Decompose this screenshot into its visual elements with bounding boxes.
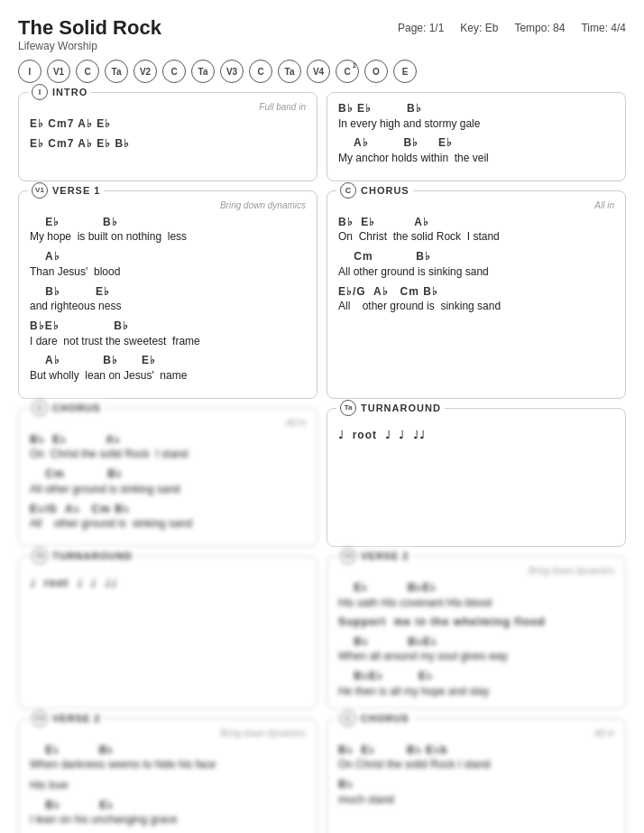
- chorus3-title: CHORUS: [361, 713, 409, 724]
- chorus2-left-badge: C: [32, 400, 48, 416]
- nav-outro[interactable]: O: [364, 60, 388, 83]
- song-author: Lifeway Worship: [18, 40, 161, 52]
- turnaround-label: Ta TURNAROUND: [336, 400, 445, 416]
- chorus2-left-section: C CHORUS All in B♭ E♭ A♭ On Christ the s…: [18, 408, 317, 547]
- turnaround-badge: Ta: [340, 400, 356, 416]
- turnaround-section: Ta TURNAROUND ♩ root ♩ ♩ ♩♩: [327, 408, 626, 547]
- time-info: Time: 4/4: [581, 22, 626, 34]
- verse2-left-label: V2 VERSE 2: [28, 710, 104, 727]
- intro-note: Full band in: [30, 102, 306, 112]
- turnaround2-section: Ta TURNAROUND ♩ root ♩ ♩ ♩♩: [18, 556, 317, 709]
- verse2-left-section: V2 VERSE 2 Bring down dynamics E♭ B♭ Whe…: [18, 718, 317, 833]
- page-header: The Solid Rock Lifeway Worship Page: 1/1…: [18, 16, 626, 52]
- page-info: Page: 1/1: [398, 22, 444, 34]
- chorus-title: CHORUS: [361, 185, 409, 196]
- intro-label: I INTRO: [28, 84, 91, 100]
- intro-line-1: E♭ Cm7 A♭ E♭: [30, 117, 306, 132]
- verse2-right-title: VERSE 2: [361, 551, 409, 561]
- intro-title: INTRO: [52, 87, 87, 97]
- verse1-badge: V1: [32, 182, 48, 199]
- verse1-label: V1 VERSE 1: [28, 182, 104, 199]
- verse1-section: V1 VERSE 1 Bring down dynamics E♭ B♭ My …: [18, 190, 317, 399]
- turnaround2-label: Ta TURNAROUND: [28, 548, 136, 564]
- verse2-left-badge: V2: [32, 710, 48, 727]
- v1-line-4: B♭E♭ B♭ I dare not trust the sweetest fr…: [30, 319, 306, 348]
- nav-c1[interactable]: C: [76, 60, 99, 83]
- nav-intro[interactable]: I: [18, 60, 41, 83]
- verse2-right-badge: V2: [340, 548, 356, 564]
- tempo-info: Tempo: 84: [514, 22, 565, 34]
- chorus-badge: C: [340, 182, 356, 199]
- verse2-right-section: V2 VERSE 2 Bring down dynamics E♭ B♭E♭ H…: [327, 556, 626, 709]
- turnaround-title: TURNAROUND: [361, 403, 441, 413]
- nav-c2[interactable]: C: [162, 60, 186, 83]
- chorus-note: All in: [338, 200, 614, 210]
- title-block: The Solid Rock Lifeway Worship: [18, 16, 161, 52]
- header-meta: Page: 1/1 Key: Eb Tempo: 84 Time: 4/4: [398, 16, 626, 34]
- nav-v3[interactable]: V3: [220, 60, 244, 83]
- verse1-note: Bring down dynamics: [30, 200, 306, 210]
- verse1-title: VERSE 1: [52, 185, 100, 196]
- turnaround2-badge: Ta: [32, 548, 48, 564]
- intro-line-2: E♭ Cm7 A♭ E♭ B♭: [30, 137, 306, 152]
- nav-ta1[interactable]: Ta: [105, 60, 128, 83]
- song-title: The Solid Rock: [18, 16, 161, 40]
- chorus-line-3: E♭/G A♭ Cm B♭ All other ground is sinkin…: [338, 285, 614, 314]
- bridge-line-2: A♭ B♭ E♭ My anchor holds within the veil: [338, 136, 614, 165]
- chorus-section: C CHORUS All in B♭ E♭ A♭ On Christ the s…: [327, 190, 626, 399]
- nav-v1[interactable]: V1: [47, 60, 70, 83]
- chorus3-badge: C: [340, 710, 356, 727]
- chorus2-left-title: CHORUS: [52, 403, 101, 413]
- chorus-label: C CHORUS: [336, 182, 413, 199]
- chorus-line-2: Cm B♭ All other ground is sinking sand: [338, 250, 614, 279]
- v1-line-3: B♭ E♭ and righteous ness: [30, 285, 306, 314]
- intro-section: I INTRO Full band in E♭ Cm7 A♭ E♭ E♭ Cm7…: [18, 92, 317, 181]
- nav-c3[interactable]: C: [249, 60, 272, 83]
- main-grid: I INTRO Full band in E♭ Cm7 A♭ E♭ E♭ Cm7…: [18, 92, 626, 833]
- chorus3-label: C CHORUS: [336, 710, 413, 727]
- bridge-line-1: B♭ E♭ B♭ In every high and stormy gale: [338, 102, 614, 131]
- verse2-right-label: V2 VERSE 2: [336, 548, 412, 564]
- v1-line-5: A♭ B♭ E♭ But wholly lean on Jesus' name: [30, 354, 306, 383]
- key-info: Key: Eb: [460, 22, 498, 34]
- turnaround2-title: TURNAROUND: [52, 551, 133, 561]
- chorus3-section: C CHORUS All in B♭ E♭ B♭ E♭b On Christ t…: [327, 718, 626, 833]
- nav-v4[interactable]: V4: [307, 60, 330, 83]
- nav-ta2[interactable]: Ta: [191, 60, 215, 83]
- v1-line-1: E♭ B♭ My hope is built on nothing less: [30, 216, 306, 245]
- intro-badge: I: [32, 84, 48, 100]
- nav-v2[interactable]: V2: [133, 60, 157, 83]
- chorus2-left-label: C CHORUS: [28, 400, 105, 416]
- nav-ta3[interactable]: Ta: [278, 60, 301, 83]
- nav-c4[interactable]: C2: [336, 60, 359, 83]
- verse2-left-title: VERSE 2: [52, 713, 100, 724]
- v1-line-2: A♭ Than Jesus' blood: [30, 250, 306, 279]
- nav-end[interactable]: E: [393, 60, 417, 83]
- chorus-line-1: B♭ E♭ A♭ On Christ the solid Rock I stan…: [338, 216, 614, 245]
- bridge-section: B♭ E♭ B♭ In every high and stormy gale A…: [327, 92, 626, 181]
- nav-row: I V1 C Ta V2 C Ta V3 C Ta V4 C2 O E: [18, 60, 626, 83]
